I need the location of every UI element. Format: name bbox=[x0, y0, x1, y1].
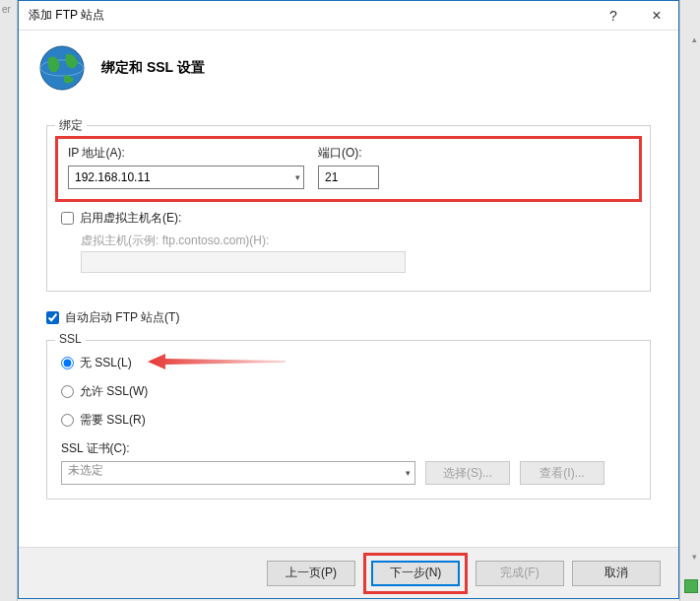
scroll-up-icon: ▴ bbox=[692, 34, 697, 44]
enable-vhost-label: 启用虚拟主机名(E): bbox=[80, 210, 181, 227]
ssl-cert-value: 未选定 bbox=[68, 463, 103, 477]
finish-button: 完成(F) bbox=[476, 561, 564, 586]
close-button[interactable]: × bbox=[635, 1, 678, 31]
help-button[interactable]: ? bbox=[592, 1, 635, 31]
background-window-left: er bbox=[0, 0, 18, 601]
ssl-groupbox: SSL 无 SSL(L) 允许 SSL(W) 需要 SSL(R) SSL 证书(… bbox=[46, 340, 651, 500]
add-ftp-site-dialog: 添加 FTP 站点 ? × 绑定和 SSL 设置 绑定 IP 地址(A): bbox=[18, 0, 679, 599]
chevron-down-icon: ▾ bbox=[406, 468, 411, 478]
ssl-none-radio[interactable] bbox=[61, 357, 74, 369]
ip-address-label: IP 地址(A): bbox=[68, 145, 304, 162]
ssl-group-title: SSL bbox=[55, 332, 86, 346]
ssl-none-label: 无 SSL(L) bbox=[80, 355, 132, 371]
titlebar: 添加 FTP 站点 ? × bbox=[19, 1, 678, 31]
globe-icon bbox=[38, 44, 86, 92]
svg-point-0 bbox=[40, 46, 84, 90]
highlight-annotation-next: 下一步(N) bbox=[363, 553, 468, 594]
ssl-allow-radio[interactable] bbox=[61, 385, 74, 398]
view-cert-button[interactable]: 查看(I)... bbox=[520, 461, 605, 485]
wizard-footer: 上一页(P) 下一步(N) 完成(F) 取消 bbox=[19, 547, 678, 598]
wizard-content: 绑定 IP 地址(A): ▾ 端口(O): bbox=[19, 105, 678, 549]
previous-button[interactable]: 上一页(P) bbox=[267, 561, 355, 586]
ssl-require-label: 需要 SSL(R) bbox=[80, 412, 146, 429]
scroll-down-icon: ▾ bbox=[692, 552, 697, 562]
ssl-allow-label: 允许 SSL(W) bbox=[80, 383, 148, 400]
background-window-right: ▴ ▾ bbox=[679, 0, 700, 601]
vhost-example-label: 虚拟主机(示例: ftp.contoso.com)(H): bbox=[81, 233, 636, 249]
select-cert-button[interactable]: 选择(S)... bbox=[425, 461, 510, 485]
ssl-cert-select[interactable]: 未选定 ▾ bbox=[61, 461, 415, 485]
ip-address-input[interactable] bbox=[68, 166, 304, 189]
vhost-input-disabled bbox=[81, 251, 406, 273]
cancel-button[interactable]: 取消 bbox=[572, 561, 661, 586]
autostart-label: 自动启动 FTP 站点(T) bbox=[65, 309, 179, 326]
wizard-header: 绑定和 SSL 设置 bbox=[19, 31, 678, 105]
binding-group-title: 绑定 bbox=[55, 117, 87, 134]
port-label: 端口(O): bbox=[318, 145, 379, 162]
ssl-require-radio[interactable] bbox=[61, 414, 74, 427]
next-button[interactable]: 下一步(N) bbox=[371, 561, 460, 586]
ssl-cert-label: SSL 证书(C): bbox=[61, 440, 636, 457]
tray-icon bbox=[684, 579, 698, 593]
bg-text: er bbox=[0, 0, 17, 19]
port-input[interactable] bbox=[318, 166, 379, 189]
highlight-annotation-binding: IP 地址(A): ▾ 端口(O): bbox=[55, 136, 642, 202]
binding-groupbox: 绑定 IP 地址(A): ▾ 端口(O): bbox=[46, 125, 651, 292]
dialog-title: 添加 FTP 站点 bbox=[29, 7, 592, 24]
arrow-annotation-icon bbox=[148, 352, 286, 371]
enable-vhost-checkbox[interactable] bbox=[61, 212, 74, 225]
page-title: 绑定和 SSL 设置 bbox=[101, 59, 205, 77]
autostart-checkbox[interactable] bbox=[46, 311, 59, 324]
